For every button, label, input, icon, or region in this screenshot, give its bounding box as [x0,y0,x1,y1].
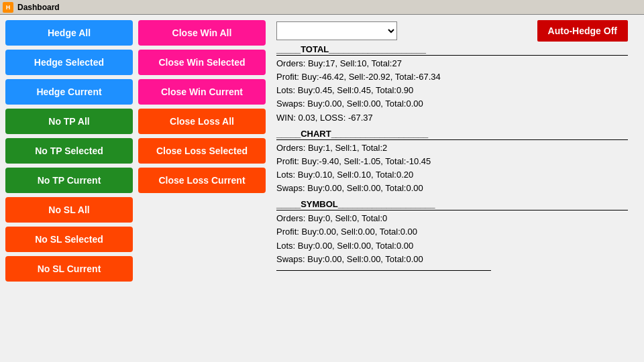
left-panel: Hedge All Hedge Selected Hedge Current N… [5,20,266,357]
hedge-all-button[interactable]: Hedge All [5,20,133,46]
no-sl-selected-button[interactable]: No SL Selected [5,227,133,252]
symbol-orders: Orders: Buy:0, Sell:0, Total:0 [276,212,628,225]
total-win-loss: WIN: 0.03, LOSS: -67.37 [276,111,628,125]
titlebar: H Dashboard [0,0,644,15]
no-tp-current-button[interactable]: No TP Current [5,168,133,193]
no-tp-selected-button[interactable]: No TP Selected [5,138,133,164]
close-win-all-button[interactable]: Close Win All [138,20,266,46]
right-panel: Auto-Hedge Off _____TOTAL_______________… [266,20,639,357]
column-1: Hedge All Hedge Selected Hedge Current N… [5,20,133,357]
no-tp-all-button[interactable]: No TP All [5,109,133,134]
main-content: Hedge All Hedge Selected Hedge Current N… [0,15,644,362]
stats-section: _____TOTAL____________________ Orders: B… [276,44,628,357]
total-header: _____TOTAL____________________ [276,44,628,56]
symbol-profit: Profit: Buy:0.00, Sell:0.00, Total:0.00 [276,225,628,239]
close-win-current-button[interactable]: Close Win Current [138,79,266,105]
top-row: Auto-Hedge Off [276,20,628,42]
symbol-lots: Lots: Buy:0.00, Sell:0.00, Total:0.00 [276,239,628,253]
close-loss-current-button[interactable]: Close Loss Current [138,168,266,193]
chart-swaps: Swaps: Buy:0.00, Sell:0.00, Total:0.00 [276,182,628,195]
app-title: Dashboard [17,3,60,12]
symbol-header: _____SYMBOL____________________ [276,199,628,210]
no-sl-current-button[interactable]: No SL Current [5,256,133,282]
close-loss-all-button[interactable]: Close Loss All [138,109,266,134]
total-orders: Orders: Buy:17, Sell:10, Total:27 [276,57,628,70]
hedge-current-button[interactable]: Hedge Current [5,79,133,105]
app-icon: H [3,2,13,13]
close-win-selected-button[interactable]: Close Win Selected [138,50,266,75]
chart-orders: Orders: Buy:1, Sell:1, Total:2 [276,141,628,155]
bottom-divider [276,270,491,274]
hedge-selected-button[interactable]: Hedge Selected [5,50,133,75]
symbol-swaps: Swaps: Buy:0.00, Sell:0.00, Total:0.00 [276,253,628,266]
chart-profit: Profit: Buy:-9.40, Sell:-1.05, Total:-10… [276,155,628,168]
auto-hedge-button[interactable]: Auto-Hedge Off [537,20,628,42]
chart-lots: Lots: Buy:0.10, Sell:0.10, Total:0.20 [276,168,628,182]
total-profit: Profit: Buy:-46.42, Sell:-20.92, Total:-… [276,70,628,84]
symbol-select[interactable] [276,21,397,40]
chart-header: _____CHART____________________ [276,129,628,140]
total-swaps: Swaps: Buy:0.00, Sell:0.00, Total:0.00 [276,97,628,111]
column-2: Close Win All Close Win Selected Close W… [138,20,266,357]
total-lots: Lots: Buy:0.45, Sell:0.45, Total:0.90 [276,84,628,97]
no-sl-all-button[interactable]: No SL All [5,197,133,223]
close-loss-selected-button[interactable]: Close Loss Selected [138,138,266,164]
